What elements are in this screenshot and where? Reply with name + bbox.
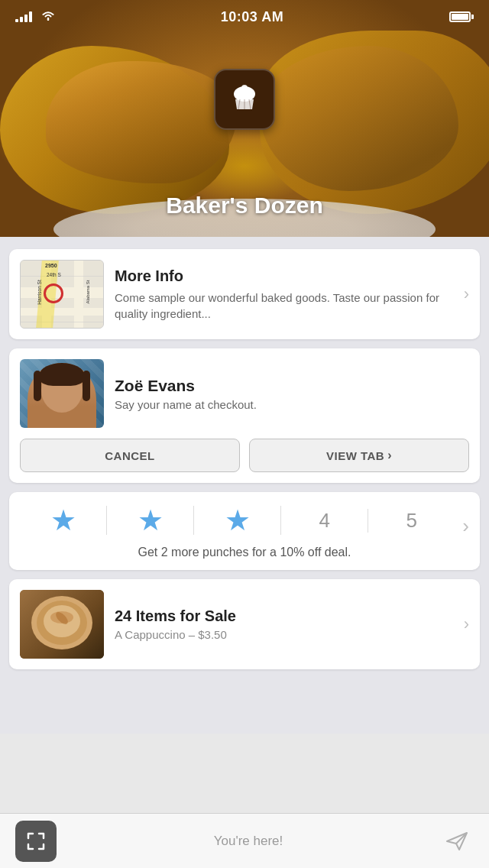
punch-number-5: 5: [406, 509, 417, 533]
star-filled-icon: ★: [50, 506, 76, 535]
signal-bars-icon: [15, 11, 32, 22]
hero-title: Baker's Dozen: [0, 193, 489, 219]
items-chevron-icon: ›: [458, 614, 469, 634]
punch-star-2: ★: [107, 506, 194, 535]
status-left: [15, 10, 55, 24]
app-icon: [214, 69, 275, 130]
more-info-description: Come sample our wonderful baked goods. T…: [115, 290, 447, 322]
coffee-thumbnail: [20, 590, 104, 659]
expand-button[interactable]: [15, 821, 57, 862]
star-filled-icon: ★: [138, 506, 164, 535]
expand-icon: [25, 831, 47, 852]
cancel-button[interactable]: CANCEL: [20, 439, 240, 472]
checkin-info: Zoë Evans Say your name at checkout.: [115, 377, 469, 411]
svg-point-4: [241, 85, 248, 91]
items-subtitle: A Cappuccino – $3.50: [115, 628, 447, 641]
you-are-here-label: You're here!: [57, 834, 440, 849]
view-tab-chevron-icon: ›: [387, 449, 392, 462]
map-street3-label: Alabama St: [86, 280, 90, 303]
punch-description: Get 2 more punches for a 10% off deal.: [20, 546, 469, 559]
battery-icon: [449, 11, 474, 22]
map-street2-label: 24th S: [47, 272, 61, 277]
more-info-title: More Info: [115, 267, 447, 285]
hero-section: Baker's Dozen: [0, 0, 489, 237]
user-avatar: [20, 359, 104, 428]
bottom-bar: You're here!: [0, 813, 489, 868]
punch-slot-5: 5: [368, 509, 455, 533]
punch-card[interactable]: ★ ★ ★ 4 5: [9, 492, 480, 570]
punch-slot-4: 4: [281, 509, 368, 533]
send-icon: [444, 828, 470, 854]
send-button[interactable]: [440, 824, 474, 858]
view-tab-label: VIEW TAB: [326, 449, 384, 462]
status-bar: 10:03 AM: [0, 0, 489, 34]
items-for-sale-card[interactable]: 24 Items for Sale A Cappuccino – $3.50 ›: [9, 579, 480, 669]
map-address-label: 2950: [45, 263, 57, 268]
wifi-icon: [41, 10, 55, 24]
punch-star-3: ★: [194, 506, 281, 535]
map-street1-label: Harrison St: [37, 280, 42, 305]
star-filled-icon: ★: [225, 506, 251, 535]
map-thumbnail: 2950 Harrison St 24th S Alabama St: [20, 260, 104, 329]
items-title: 24 Items for Sale: [115, 607, 447, 625]
checkin-card: Zoë Evans Say your name at checkout. CAN…: [9, 348, 480, 483]
punch-card-chevron-icon: ›: [455, 514, 469, 538]
more-info-chevron-icon: ›: [458, 284, 469, 304]
checkin-subtitle: Say your name at checkout.: [115, 398, 469, 411]
checkin-buttons: CANCEL VIEW TAB ›: [20, 439, 469, 472]
punch-star-1: ★: [20, 506, 107, 535]
more-info-text: More Info Come sample our wonderful bake…: [115, 267, 447, 322]
status-time: 10:03 AM: [221, 9, 283, 25]
main-content: 2950 Harrison St 24th S Alabama St More …: [0, 237, 489, 734]
checkin-user-name: Zoë Evans: [115, 377, 469, 395]
punch-number-4: 4: [319, 509, 329, 533]
view-tab-button[interactable]: VIEW TAB ›: [249, 439, 469, 472]
more-info-card[interactable]: 2950 Harrison St 24th S Alabama St More …: [9, 249, 480, 339]
items-text: 24 Items for Sale A Cappuccino – $3.50: [115, 607, 447, 641]
